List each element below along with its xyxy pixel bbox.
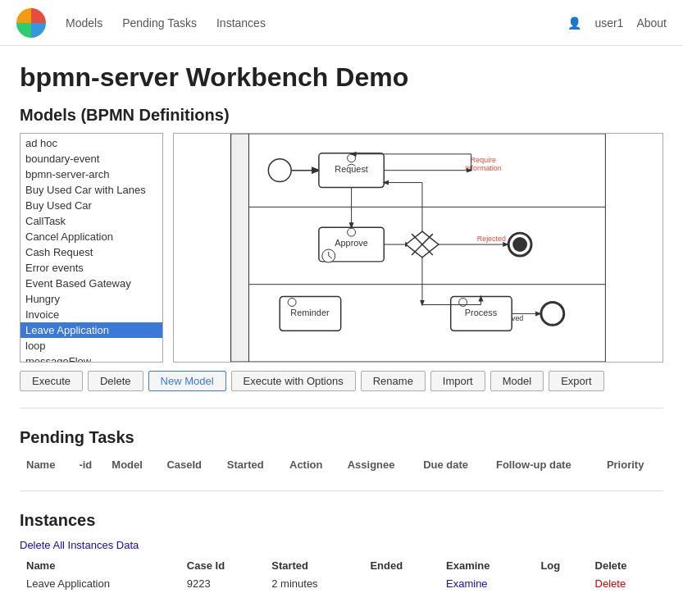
pending-tasks-col-header: CaseId (160, 455, 220, 474)
section-divider-1 (20, 408, 663, 408)
instances-col-header: Delete (589, 556, 663, 575)
model-list-item[interactable]: Error events (20, 260, 162, 276)
nav-models[interactable]: Models (66, 16, 102, 30)
execute-button[interactable]: Execute (20, 371, 83, 391)
pending-tasks-col-header: Name (20, 455, 72, 474)
new-model-button[interactable]: New Model (148, 371, 226, 391)
navbar: Models Pending Tasks Instances 👤 user1 A… (0, 0, 683, 46)
delete-button[interactable]: Delete (88, 371, 143, 391)
model-list-item[interactable]: Hungry (20, 291, 162, 307)
table-cell (363, 575, 439, 592)
table-cell (534, 575, 588, 592)
instances-section: Delete All Instances Data NameCase IdSta… (20, 538, 663, 592)
instances-table: NameCase IdStartedEndedExamineLogDelete … (20, 556, 663, 592)
delete-all-instances-link[interactable]: Delete All Instances Data (20, 539, 139, 551)
model-button[interactable]: Model (490, 371, 544, 391)
model-list-item[interactable]: Leave Application (20, 322, 162, 338)
examine-link[interactable]: Examine (446, 577, 488, 590)
instances-col-header: Examine (439, 556, 534, 575)
model-list-item[interactable]: boundary-event (20, 151, 162, 167)
model-list-container: ad hocboundary-eventbpmn-server-archBuy … (20, 133, 163, 363)
model-list-item[interactable]: loop (20, 338, 162, 354)
instances-col-header: Started (265, 556, 363, 575)
pending-tasks-col-header: Action (283, 455, 341, 474)
nav-instances[interactable]: Instances (216, 16, 266, 30)
model-list-item[interactable]: Cancel Application (20, 229, 162, 244)
svg-text:Request: Request (335, 164, 368, 174)
export-button[interactable]: Export (549, 371, 604, 391)
main-content: bpmn-server Workbench Demo Models (BPMN … (0, 46, 683, 609)
model-buttons: Execute Delete New Model Execute with Op… (20, 371, 663, 391)
instances-col-header: Log (534, 556, 588, 575)
svg-text:Information: Information (465, 164, 502, 172)
pending-tasks-heading: Pending Tasks (20, 428, 663, 447)
pending-tasks-col-header: Model (105, 455, 160, 474)
bpmn-diagram: Employee Manager HR Request Require Info (174, 134, 663, 362)
pending-tasks-col-header: Due date (417, 455, 489, 474)
instances-col-header: Name (20, 556, 180, 575)
import-button[interactable]: Import (430, 371, 485, 391)
pending-tasks-table: Name-idModelCaseIdStartedActionAssigneeD… (20, 455, 663, 474)
nav-user-icon: 👤 (567, 16, 581, 30)
svg-text:Require: Require (471, 156, 496, 164)
model-list-item[interactable]: messageFlow (20, 354, 162, 363)
nav-username: user1 (594, 16, 623, 30)
model-list-item[interactable]: Buy Used Car with Lanes (20, 182, 162, 198)
execute-with-options-button[interactable]: Execute with Options (231, 371, 356, 391)
model-list-item[interactable]: Cash Request (20, 244, 162, 260)
svg-rect-6 (231, 134, 249, 362)
table-cell: 2 minutes (265, 575, 363, 592)
model-list-item[interactable]: Buy Used Car (20, 198, 162, 213)
pending-tasks-col-header: -id (72, 455, 105, 474)
instances-col-header: Ended (363, 556, 439, 575)
model-list-item[interactable]: bpmn-server-arch (20, 167, 162, 182)
svg-text:Process: Process (465, 308, 498, 317)
svg-text:Approve: Approve (335, 238, 368, 248)
svg-point-7 (268, 159, 291, 182)
models-layout: ad hocboundary-eventbpmn-server-archBuy … (20, 133, 663, 363)
table-cell: 9223 (180, 575, 265, 592)
section-divider-2 (20, 491, 663, 491)
model-list-item[interactable]: CallTask (20, 213, 162, 229)
model-list-item[interactable]: ad hoc (20, 135, 162, 151)
app-logo (16, 8, 46, 38)
delete-instance-link[interactable]: Delete (595, 577, 626, 590)
diagram-container: Employee Manager HR Request Require Info (173, 133, 663, 363)
svg-text:Reminder: Reminder (290, 308, 330, 317)
svg-point-41 (541, 303, 564, 326)
table-cell: Leave Application (20, 575, 180, 592)
nav-pending-tasks[interactable]: Pending Tasks (122, 16, 197, 30)
svg-point-31 (512, 237, 527, 252)
models-heading: Models (BPMN Definitions) (20, 106, 663, 125)
page-title: bpmn-server Workbench Demo (20, 62, 663, 93)
instances-col-header: Case Id (180, 556, 265, 575)
rename-button[interactable]: Rename (361, 371, 426, 391)
model-list[interactable]: ad hocboundary-eventbpmn-server-archBuy … (20, 133, 163, 363)
model-list-item[interactable]: Event Based Gateway (20, 276, 162, 291)
pending-tasks-col-header: Priority (600, 455, 663, 474)
svg-text:Rejected: Rejected (477, 235, 506, 243)
nav-about[interactable]: About (636, 16, 667, 30)
pending-tasks-col-header: Follow-up date (489, 455, 600, 474)
pending-tasks-col-header: Started (221, 455, 283, 474)
pending-tasks-col-header: Assignee (341, 455, 417, 474)
table-row: Leave Application92232 minutesExamineDel… (20, 575, 663, 592)
instances-heading: Instances (20, 511, 663, 530)
model-list-item[interactable]: Invoice (20, 307, 162, 322)
